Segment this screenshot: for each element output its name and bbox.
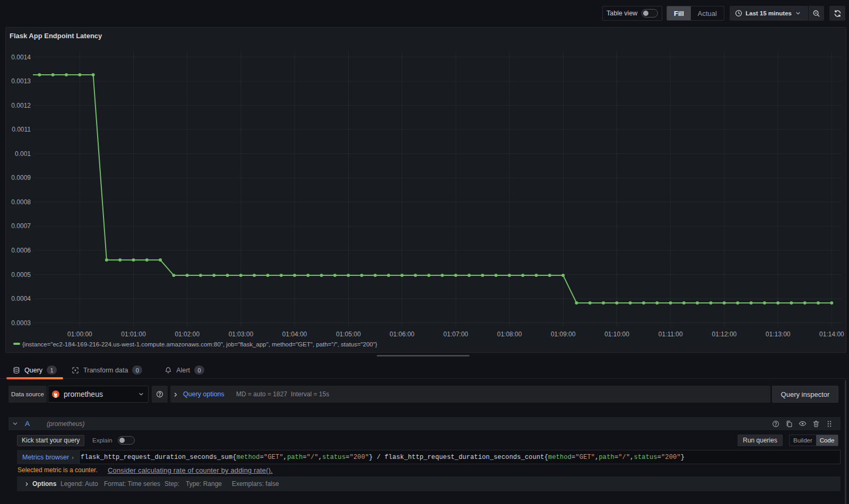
svg-text:0.0005: 0.0005 [11,271,31,279]
svg-text:01:13:00: 01:13:00 [766,331,791,338]
svg-text:0.0004: 0.0004 [11,295,31,302]
svg-text:0.0011: 0.0011 [12,126,31,133]
svg-text:0.0006: 0.0006 [11,247,31,254]
svg-text:01:00:00: 01:00:00 [67,331,92,338]
svg-text:01:11:00: 01:11:00 [659,331,683,338]
svg-text:0.001: 0.001 [15,150,31,158]
svg-text:0.0008: 0.0008 [11,198,31,206]
svg-text:01:07:00: 01:07:00 [444,331,469,338]
svg-text:01:10:00: 01:10:00 [604,331,629,338]
svg-text:01:08:00: 01:08:00 [497,331,522,338]
svg-text:01:12:00: 01:12:00 [712,331,737,338]
svg-text:01:09:00: 01:09:00 [551,331,576,338]
svg-text:0.0013: 0.0013 [11,77,31,85]
svg-text:0.0014: 0.0014 [11,54,31,61]
svg-text:0.0007: 0.0007 [11,222,31,230]
svg-text:01:04:00: 01:04:00 [282,331,307,338]
svg-text:01:02:00: 01:02:00 [175,331,200,338]
svg-text:0.0009: 0.0009 [11,174,31,181]
svg-text:{instance="ec2-184-169-216-224: {instance="ec2-184-169-216-224.us-west-1… [22,341,377,347]
svg-text:01:03:00: 01:03:00 [229,331,254,338]
svg-text:01:14:00: 01:14:00 [819,331,844,338]
svg-text:0.0012: 0.0012 [11,102,31,109]
svg-text:0.0003: 0.0003 [11,319,31,327]
svg-text:01:01:00: 01:01:00 [121,331,146,338]
svg-text:01:06:00: 01:06:00 [389,331,414,338]
svg-text:01:05:00: 01:05:00 [336,331,361,338]
